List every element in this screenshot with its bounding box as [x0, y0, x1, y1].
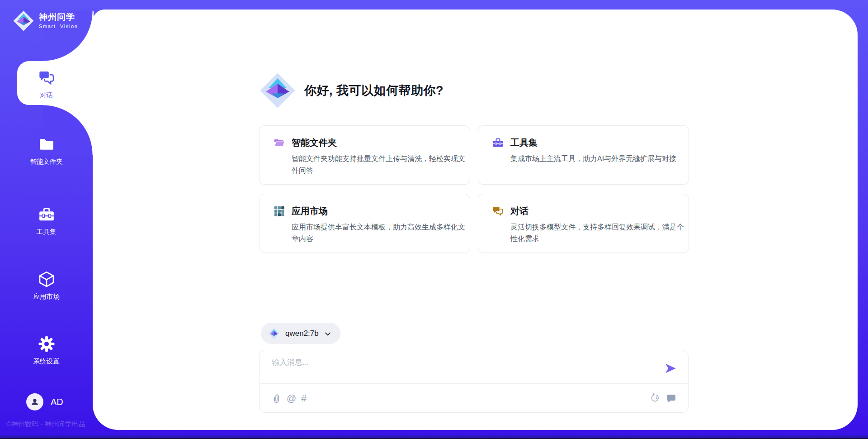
greeting-block: 你好, 我可以如何帮助你?	[259, 72, 443, 109]
at-icon[interactable]: @	[287, 393, 296, 403]
card-title: 智能文件夹	[292, 137, 337, 149]
card-head: 智能文件夹	[273, 137, 457, 149]
card-description: 应用市场提供丰富长文本模板，助力高效生成多样化文章内容	[292, 221, 469, 244]
message-input[interactable]	[272, 357, 660, 379]
sidebar-item-settings[interactable]: 系统设置	[0, 329, 93, 372]
chevron-down-icon	[324, 329, 331, 338]
toolbox-icon	[38, 205, 56, 224]
brand-logo-icon	[259, 72, 296, 109]
card-toolset[interactable]: 工具集 集成市场上主流工具，助力AI与外界无缝扩展与对接	[478, 125, 689, 185]
hash-icon[interactable]: #	[301, 393, 307, 403]
history-icon[interactable]	[651, 393, 661, 403]
composer-divider	[260, 383, 688, 384]
model-selector[interactable]: qwen2:7b	[261, 323, 340, 344]
copyright-footer: ©神州数码 · 神州问学出品	[6, 420, 85, 429]
sidebar-item-toolset[interactable]: 工具集	[0, 199, 93, 243]
chat-icon	[38, 69, 56, 87]
card-description: 智能文件夹功能支持批量文件上传与清洗，轻松实现文件问答	[292, 153, 469, 176]
person-icon	[29, 396, 40, 407]
card-title: 工具集	[510, 137, 538, 149]
chat-icon	[492, 205, 504, 217]
user-initials: AD	[51, 397, 63, 407]
greeting-text: 你好, 我可以如何帮助你?	[304, 82, 443, 99]
app-screen: 你好, 我可以如何帮助你? 智能文件夹 智能文件夹功能支持批量文件上传与清洗，轻…	[0, 0, 868, 439]
gear-icon	[38, 335, 56, 353]
card-head: 对话	[492, 205, 676, 217]
paperclip-icon[interactable]	[271, 393, 282, 403]
user-menu[interactable]: AD	[26, 393, 63, 410]
chat-bubble-icon[interactable]	[666, 393, 676, 403]
brand-subtitle: Smart Vision	[39, 24, 78, 29]
brand-name: 神州问学	[39, 13, 78, 22]
card-description: 集成市场上主流工具，助力AI与外界无缝扩展与对接	[510, 153, 688, 165]
sidebar: 神州问学 Smart Vision 对话 智能文件夹	[0, 0, 93, 439]
card-title: 对话	[510, 205, 528, 217]
card-head: 应用市场	[273, 205, 457, 217]
sidebar-item-label: 系统设置	[33, 357, 60, 366]
briefcase-icon	[492, 137, 504, 149]
folder-icon	[38, 135, 56, 153]
composer-toolbar: @ #	[271, 389, 676, 407]
brand-logo-icon	[268, 328, 280, 339]
card-app-market[interactable]: 应用市场 应用市场提供丰富长文本模板，助力高效生成多样化文章内容	[259, 194, 470, 253]
model-name: qwen2:7b	[285, 329, 319, 338]
brand: 神州问学 Smart Vision	[13, 10, 78, 32]
sidebar-item-chat[interactable]: 对话	[0, 62, 93, 106]
card-smart-folder[interactable]: 智能文件夹 智能文件夹功能支持批量文件上传与清洗，轻松实现文件问答	[259, 125, 470, 185]
composer: @ #	[259, 350, 689, 413]
send-button[interactable]	[664, 362, 677, 375]
sidebar-item-label: 应用市场	[33, 292, 60, 301]
card-chat[interactable]: 对话 灵活切换多模型文件，支持多样回复效果调试，满足个性化需求	[478, 194, 689, 253]
sidebar-item-smart-folder[interactable]: 智能文件夹	[0, 129, 93, 172]
sidebar-item-label: 对话	[40, 91, 53, 100]
folder-open-icon	[273, 137, 285, 149]
card-title: 应用市场	[292, 205, 328, 217]
brand-logo-icon	[13, 10, 34, 32]
sidebar-item-label: 工具集	[37, 228, 57, 236]
sidebar-item-app-market[interactable]: 应用市场	[0, 264, 93, 307]
card-head: 工具集	[492, 137, 676, 149]
send-icon	[664, 362, 677, 375]
cube-icon	[38, 270, 56, 288]
main-panel: 你好, 我可以如何帮助你? 智能文件夹 智能文件夹功能支持批量文件上传与清洗，轻…	[93, 10, 858, 430]
card-description: 灵活切换多模型文件，支持多样回复效果调试，满足个性化需求	[510, 221, 688, 244]
sidebar-item-label: 智能文件夹	[30, 157, 63, 166]
grid-icon	[273, 205, 285, 217]
avatar	[26, 393, 43, 410]
